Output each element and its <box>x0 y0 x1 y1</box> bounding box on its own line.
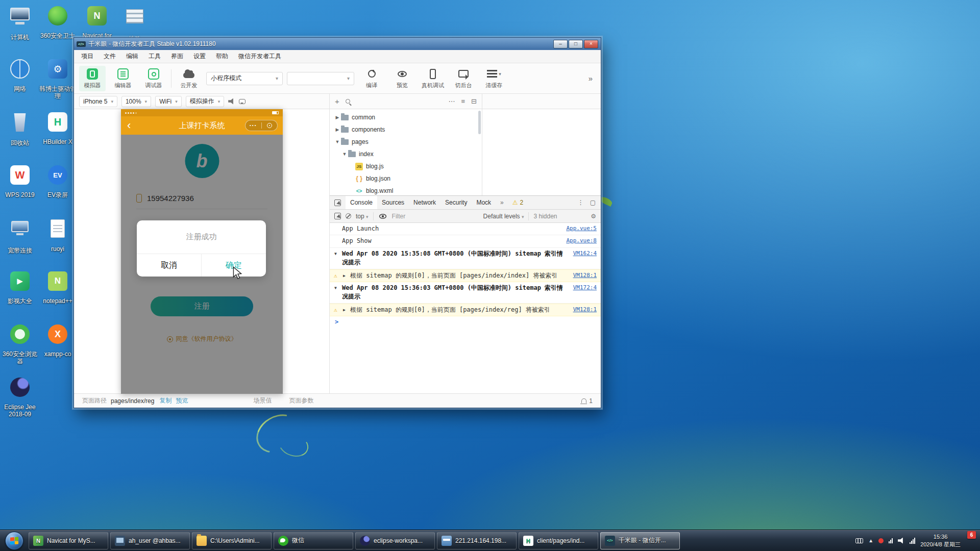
desktop-icon-recycle-bin[interactable]: 回收站 <box>1 111 39 146</box>
console-warning-row[interactable]: ⚠ ▶ 根据 sitemap 的规则[0]，当前页面 [pages/index/… <box>330 304 601 316</box>
menu-devtools[interactable]: 微信开发者工具 <box>233 52 286 61</box>
taskbar-item-remote-desktop[interactable]: 221.214.164.198... <box>437 532 517 549</box>
close-miniprogram-icon[interactable] <box>262 120 278 131</box>
compile-option-select[interactable]: ▾ <box>287 72 354 85</box>
tab-console[interactable]: Console <box>346 196 377 209</box>
context-select[interactable]: top ▾ <box>356 213 369 220</box>
expand-caret-icon[interactable]: ▶ <box>343 273 346 279</box>
menu-dots-icon[interactable]: ••• <box>246 120 261 131</box>
desktop-icon-wps[interactable]: W WPS 2019 <box>1 164 39 198</box>
desktop-icon-360-safe[interactable]: 360安全卫士 <box>39 5 77 39</box>
tab-network[interactable]: Network <box>409 196 440 209</box>
desktop-icon-yingshi[interactable]: ▶ 影视大全 <box>1 270 39 305</box>
start-button[interactable] <box>5 532 23 550</box>
menu-edit[interactable]: 编辑 <box>121 52 143 61</box>
menu-project[interactable]: 项目 <box>76 52 99 61</box>
device-select[interactable]: iPhone 5 ▾ <box>79 96 117 107</box>
taskbar-item-navicat[interactable]: N Navicat for MyS... <box>29 532 108 549</box>
modal-cancel-button[interactable]: 取消 <box>137 254 202 277</box>
tabs-more-button[interactable]: » <box>496 196 508 209</box>
desktop-icon-hanboshi[interactable]: ⚙ 韩博士驱动管理 <box>39 58 77 100</box>
desktop-icon-notepadpp[interactable]: N notepad++ <box>39 270 77 305</box>
add-file-button[interactable]: + <box>335 97 339 106</box>
live-expression-icon[interactable] <box>334 213 341 219</box>
tree-item-pages[interactable]: ▼ pages <box>330 136 482 148</box>
input-method-icon[interactable] <box>855 538 863 543</box>
simulate-action-select[interactable]: 模拟操作 ▾ <box>186 96 225 107</box>
message-icon[interactable] <box>239 99 246 104</box>
switch-background-button[interactable]: 切后台 <box>450 66 477 91</box>
desktop-icon-hbuilder[interactable]: H HBuilder X <box>39 111 77 145</box>
activity-bars-icon[interactable] <box>889 538 893 543</box>
simulator-toggle-button[interactable]: 模拟器 <box>79 66 106 91</box>
remote-debug-button[interactable]: 真机调试 <box>420 66 446 91</box>
scene-label[interactable]: 场景值 <box>253 396 272 405</box>
taskbar-item-terminal[interactable]: ah_user @ahbas... <box>110 532 190 549</box>
editor-toggle-button[interactable]: 编辑器 <box>110 66 136 91</box>
tab-security[interactable]: Security <box>440 196 472 209</box>
tree-caret-icon[interactable]: ▼ <box>341 152 348 157</box>
desktop-icon-ruoyi[interactable]: ruoyi <box>39 217 77 253</box>
preview-button[interactable]: 预览 <box>389 66 415 91</box>
debugger-toggle-button[interactable]: 调试器 <box>140 66 167 91</box>
mode-select[interactable]: 小程序模式 ▾ <box>206 72 283 85</box>
console-group-row[interactable]: ▼ Wed Apr 08 2020 15:35:08 GMT+0800 (中国标… <box>330 248 601 269</box>
network-select[interactable]: WiFi ▾ <box>155 96 182 107</box>
console-settings-icon[interactable]: ⚙ <box>591 213 596 220</box>
cloud-dev-button[interactable]: 云开发 <box>176 66 202 91</box>
desktop-icon-broadband[interactable]: 宽带连接 <box>1 217 39 254</box>
tree-item-components[interactable]: ▶ components <box>330 123 482 136</box>
copy-link[interactable]: 复制 <box>159 396 172 405</box>
source-link[interactable]: VM172:4 <box>573 284 597 292</box>
tree-item-blog-json[interactable]: { } blog.json <box>330 172 482 185</box>
source-link[interactable]: App.vue:8 <box>566 237 597 245</box>
tree-item-blog-wxml[interactable]: <> blog.wxml <box>330 185 482 197</box>
dock-panel-icon[interactable]: ▢ <box>590 199 596 206</box>
console-prompt[interactable]: > <box>330 316 601 328</box>
preview-link[interactable]: 预览 <box>176 396 188 405</box>
taskbar-item-eclipse[interactable]: eclipse-workspa... <box>355 532 435 549</box>
warning-counter[interactable]: ⚠ 2 <box>512 199 523 206</box>
minimize-button[interactable]: – <box>553 40 568 48</box>
source-link[interactable]: VM128:1 <box>573 271 597 280</box>
menu-help[interactable]: 帮助 <box>211 52 233 61</box>
dots-menu-button[interactable]: ⋯ <box>449 97 455 105</box>
tab-sources[interactable]: Sources <box>377 196 409 209</box>
search-icon[interactable] <box>346 99 350 104</box>
params-label[interactable]: 页面参数 <box>289 396 313 405</box>
source-link[interactable]: VM128:1 <box>573 306 597 314</box>
maximize-button[interactable]: □ <box>569 40 583 48</box>
filter-input[interactable] <box>392 213 479 220</box>
clear-console-icon[interactable] <box>346 213 351 219</box>
kebab-menu-icon[interactable]: ⋮ <box>578 199 584 206</box>
tree-caret-icon[interactable]: ▶ <box>334 115 341 120</box>
desktop-icon-eclipse[interactable]: Eclipse Jee 2018-09 <box>1 377 39 418</box>
inspect-element-icon[interactable] <box>334 199 341 206</box>
expand-caret-icon[interactable]: ▶ <box>343 307 346 313</box>
taskbar-item-wechat[interactable]: 微信 <box>274 532 353 549</box>
console-warning-row[interactable]: ⚠ ▶ 根据 sitemap 的规则[0]，当前页面 [pages/index/… <box>330 269 601 282</box>
console-group-row[interactable]: ▼ Wed Apr 08 2020 15:36:03 GMT+0800 (中国标… <box>330 282 601 304</box>
notification-badge[interactable]: 6 <box>967 531 976 539</box>
window-titlebar[interactable]: </> 千米眼 - 微信开发者工具 Stable v1.02.1911180 –… <box>74 38 601 50</box>
desktop-icon-360-browser[interactable]: 360安全浏览器 <box>1 323 39 365</box>
compile-button[interactable]: 编译 <box>358 66 385 91</box>
collapse-caret-icon[interactable]: ▼ <box>334 251 337 257</box>
tree-item-index[interactable]: ▼ index <box>330 148 482 160</box>
tree-item-blog-js[interactable]: JS blog.js <box>330 160 482 172</box>
show-hidden-icons-button[interactable]: ▲ <box>868 538 873 543</box>
taskbar-item-explorer[interactable]: C:\Users\Admini... <box>192 532 272 549</box>
notifications-counter[interactable]: 1 <box>581 397 593 405</box>
notification-dot-icon[interactable] <box>878 538 884 543</box>
tree-scrollbar[interactable] <box>478 111 481 134</box>
eye-icon[interactable] <box>379 214 386 219</box>
menu-interface[interactable]: 界面 <box>166 52 188 61</box>
network-signal-icon[interactable] <box>910 538 915 544</box>
desktop-icon-navicat[interactable]: N Navicat for <box>78 5 116 39</box>
desktop-icon-computer[interactable]: 计算机 <box>1 5 39 41</box>
menu-tools[interactable]: 工具 <box>143 52 166 61</box>
source-link[interactable]: App.vue:5 <box>566 224 597 233</box>
outline-button[interactable]: ≡ <box>461 97 465 105</box>
taskbar-item-wechat-devtools[interactable]: </> 千米眼 - 微信开... <box>600 532 680 549</box>
desktop-icon-xampp[interactable]: X xampp-co <box>39 323 77 358</box>
